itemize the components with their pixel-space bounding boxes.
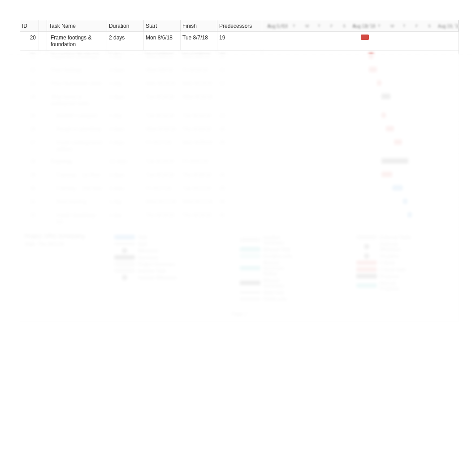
legend-date-value: Thu 3/21/19	[38, 241, 64, 247]
gantt-bar	[407, 212, 412, 217]
task-duration: 2 days	[107, 137, 144, 156]
legend-label: Finish-only	[263, 296, 287, 302]
col-indicator	[39, 20, 47, 32]
legend-label: Split	[138, 241, 147, 247]
task-indicator	[39, 209, 47, 228]
task-id: 27	[20, 137, 39, 156]
task-indicator	[39, 196, 47, 209]
task-start: Mon 8/13/18	[144, 78, 181, 91]
task-name: Framing – 2nd floor	[47, 182, 107, 196]
legend-swatch	[114, 235, 135, 239]
legend-row: External Tasks	[356, 234, 415, 240]
task-indicator	[39, 51, 47, 64]
gantt-bar	[403, 199, 407, 204]
task-start: Tue 8/14/18	[144, 91, 181, 110]
legend-label: External Milestone	[380, 241, 415, 252]
legend-row: Manual Task	[240, 247, 299, 252]
legend-label: Duration-only	[263, 253, 292, 259]
task-finish: Wed 8/15/18	[181, 91, 217, 110]
col-duration: Duration	[107, 20, 144, 32]
task-name: Framing	[47, 156, 107, 169]
task-finish: Tue 8/14/18	[181, 110, 217, 123]
task-name-text: Framing – 1st floor	[49, 172, 105, 178]
task-name: Install underground utilities	[47, 137, 107, 156]
task-duration: 1 day	[107, 78, 144, 91]
task-name: Install sheathing / felt	[47, 209, 107, 228]
legend-row: Milestone	[114, 248, 178, 253]
legend-label: Project Summary	[138, 261, 175, 267]
task-duration: 13 days	[107, 156, 144, 169]
task-indicator	[39, 32, 47, 51]
task-start: Wed 8/8/18	[144, 64, 181, 78]
legend-swatch	[240, 299, 260, 299]
task-finish: Thu 8/23/18	[181, 209, 217, 228]
task-gantt-cell	[262, 123, 459, 137]
legend-row: Manual Summary Rollup	[240, 260, 299, 276]
task-finish: Mon 8/13/18	[181, 78, 217, 91]
task-id: 24	[20, 91, 39, 110]
task-id: 25	[20, 110, 39, 123]
legend-label: Inactive Task	[138, 268, 166, 273]
gantt-bar	[377, 80, 381, 86]
gantt-bar	[381, 172, 392, 177]
gantt-bar	[381, 158, 408, 164]
task-predecessors: 19	[217, 32, 262, 51]
gantt-bar	[394, 139, 402, 145]
task-id: 30	[20, 182, 39, 196]
legend-row: Critical	[356, 260, 415, 265]
legend-row: Summary	[114, 255, 178, 260]
task-predecessors	[217, 91, 262, 110]
col-id: ID	[20, 20, 39, 32]
task-predecessors: 30	[217, 196, 262, 209]
task-duration: 3 days	[107, 169, 144, 182]
gantt-bar	[381, 113, 386, 118]
legend-row: Inactive Task	[114, 268, 178, 273]
task-gantt-cell	[262, 78, 459, 91]
task-name: Pour foundation walls	[47, 78, 107, 91]
task-name: Rough-in plumbing	[47, 123, 107, 137]
legend-row: External Milestone	[356, 241, 415, 252]
legend-swatch	[240, 238, 260, 242]
col-finish: Finish	[181, 20, 217, 32]
legend-swatch	[240, 266, 260, 270]
legend-swatch	[114, 248, 135, 253]
legend-row: Critical Split	[356, 267, 415, 272]
grid-gantt-separator	[262, 20, 262, 33]
legend-label: Critical Split	[380, 267, 406, 272]
task-start: Tue 8/14/18	[144, 156, 181, 169]
task-gantt-cell	[262, 169, 459, 182]
gantt-bar	[386, 126, 394, 131]
task-indicator	[39, 182, 47, 196]
timeline-day-label: M	[365, 24, 369, 28]
timeline-day-label: S	[343, 24, 346, 28]
task-indicator	[39, 110, 47, 123]
task-id: 32	[20, 209, 39, 228]
legend-row: Inactive Summary	[240, 234, 299, 245]
task-name-text: Install underground utilities	[49, 139, 105, 153]
col-start: Start	[144, 20, 181, 32]
task-name: Pour footings	[47, 64, 107, 78]
task-start: Wed 8/22/18	[144, 196, 181, 209]
timeline-day-label: T	[378, 24, 381, 28]
task-name: Frame footings & foundation	[47, 32, 107, 51]
task-finish: Tue 8/7/18	[181, 32, 217, 51]
task-start: Fri 8/17/18	[144, 182, 181, 196]
task-indicator	[39, 78, 47, 91]
timeline-day-label: F	[415, 24, 418, 28]
legend-label: Inactive Milestone	[138, 275, 177, 280]
gantt-bar	[369, 67, 377, 72]
task-id: 28	[20, 156, 39, 169]
task-indicator	[39, 137, 47, 156]
task-name: Framing – 1st floor	[47, 169, 107, 182]
task-start: Mon 8/6/18	[144, 32, 181, 51]
timeline-day-label: S	[353, 24, 355, 28]
gantt-bar	[361, 35, 369, 40]
task-name: Inspection (footings)	[47, 51, 107, 64]
legend-swatch	[114, 262, 135, 266]
task-finish: Mon 8/20/18	[181, 137, 217, 156]
task-predecessors: 22	[217, 78, 262, 91]
task-start: Thu 8/23/18	[144, 209, 181, 228]
timeline-day-label: M	[280, 24, 284, 28]
task-gantt-cell	[262, 196, 459, 209]
legend-row: Manual Progress	[356, 280, 415, 291]
